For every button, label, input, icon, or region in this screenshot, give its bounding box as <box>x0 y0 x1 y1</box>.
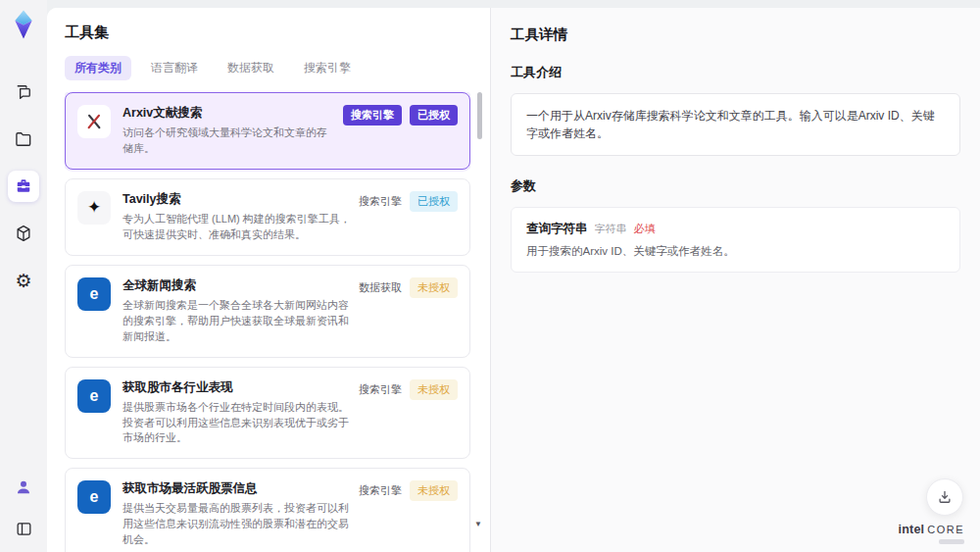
app-window: ⚙ 工具集 所有类别 语言翻译 <box>0 0 980 552</box>
intel-core-logo: intelCORE <box>899 520 964 544</box>
cube-icon[interactable] <box>8 218 39 249</box>
scroll-down-arrow-icon[interactable]: ▼ <box>474 520 482 528</box>
intro-text-box: 一个用于从Arxiv存储库搜索科学论文和文章的工具。输入可以是Arxiv ID、… <box>511 93 960 156</box>
app-logo-icon <box>10 10 37 39</box>
category-badge: 搜索引擎 <box>359 194 402 209</box>
sidebar: ⚙ <box>0 0 47 552</box>
category-badge: 搜索引擎 <box>359 382 402 397</box>
settings-gear-icon[interactable]: ⚙ <box>8 265 39 296</box>
category-badge: 搜索引擎 <box>343 105 402 125</box>
tools-list-pane: 工具集 所有类别 语言翻译 数据获取 搜索引擎 Arxiv文献搜索 访问各个研究… <box>47 8 490 552</box>
tool-card[interactable]: e 全球新闻搜索 全球新闻搜索是一个聚合全球各大新闻网站内容的搜索引擎，帮助用户… <box>65 265 470 358</box>
parameter-card: 查询字符串 字符串 必填 用于搜索的Arxiv ID、关键字或作者姓名。 <box>511 207 960 273</box>
main-content: 工具集 所有类别 语言翻译 数据获取 搜索引擎 Arxiv文献搜索 访问各个研究… <box>47 8 980 552</box>
panel-toggle-icon[interactable] <box>8 513 39 544</box>
category-tab-0[interactable]: 所有类别 <box>65 56 131 80</box>
tool-icon-slot: e <box>77 277 111 311</box>
arxiv-icon <box>77 105 111 138</box>
tool-name: Tavily搜索 <box>122 191 353 208</box>
auth-status-badge: 已授权 <box>410 105 458 125</box>
tool-card[interactable]: e 获取市场最活跃股票信息 提供当天交易量最高的股票列表，投资者可以利用这些信息… <box>65 468 470 552</box>
sidebar-bottom <box>8 472 39 544</box>
folder-icon[interactable] <box>8 124 39 155</box>
finance-news-icon: e <box>77 379 111 413</box>
tool-card[interactable]: ✦ Tavily搜索 专为人工智能代理 (LLM) 构建的搜索引擎工具，可快速提… <box>65 178 470 256</box>
param-description: 用于搜索的Arxiv ID、关键字或作者姓名。 <box>526 244 945 259</box>
tool-name: 全球新闻搜索 <box>122 277 353 294</box>
category-badge: 搜索引擎 <box>359 483 402 498</box>
tab-label: 搜索引擎 <box>304 61 351 75</box>
param-name: 查询字符串 <box>526 221 588 237</box>
finance-news-icon: e <box>77 480 111 514</box>
intel-logo-subline <box>939 539 964 544</box>
tool-details-pane: 工具详情 工具介绍 一个用于从Arxiv存储库搜索科学论文和文章的工具。输入可以… <box>490 8 980 552</box>
tab-label: 数据获取 <box>227 61 274 75</box>
tool-icon-slot: e <box>77 379 111 413</box>
category-tabs: 所有类别 语言翻译 数据获取 搜索引擎 <box>65 56 490 80</box>
tool-card[interactable]: Arxiv文献搜索 访问各个研究领域大量科学论文和文章的存储库。 搜索引擎 已授… <box>65 92 470 170</box>
auth-status-badge: 未授权 <box>410 277 458 298</box>
tool-icon-slot: e <box>77 480 111 514</box>
auth-status-badge: 未授权 <box>410 480 458 501</box>
param-required-badge: 必填 <box>634 222 656 236</box>
user-avatar-icon[interactable] <box>8 472 39 503</box>
chat-icon[interactable] <box>8 76 39 108</box>
tool-description: 全球新闻搜索是一个聚合全球各大新闻网站内容的搜索引擎，帮助用户快速获取全球最新资… <box>122 298 353 345</box>
tool-name: 获取股市各行业表现 <box>122 379 353 396</box>
params-heading: 参数 <box>511 177 960 195</box>
tool-description: 访问各个研究领域大量科学论文和文章的存储库。 <box>122 125 337 157</box>
sidebar-nav: ⚙ <box>8 76 39 296</box>
tab-label: 所有类别 <box>74 61 122 75</box>
tool-name: Arxiv文献搜索 <box>122 105 337 122</box>
category-tab-1[interactable]: 语言翻译 <box>141 56 208 80</box>
scrollbar-thumb[interactable] <box>477 92 482 139</box>
tool-icon-slot: ✦ <box>77 191 111 225</box>
sparkle-icon: ✦ <box>77 191 111 225</box>
tool-description: 提供当天交易量最高的股票列表，投资者可以利用这些信息来识别流动性强的股票和潜在的… <box>122 501 353 548</box>
download-button[interactable] <box>926 478 963 516</box>
category-badge: 数据获取 <box>359 280 402 295</box>
page-title: 工具集 <box>65 24 490 42</box>
param-type: 字符串 <box>595 222 627 236</box>
auth-status-badge: 已授权 <box>410 191 458 212</box>
category-tab-3[interactable]: 搜索引擎 <box>294 56 361 80</box>
auth-status-badge: 未授权 <box>410 379 458 400</box>
intro-heading: 工具介绍 <box>511 64 960 81</box>
tool-name: 获取市场最活跃股票信息 <box>122 480 353 497</box>
toolbox-icon[interactable] <box>8 171 39 202</box>
details-title: 工具详情 <box>511 25 960 44</box>
tool-cards-list: Arxiv文献搜索 访问各个研究领域大量科学论文和文章的存储库。 搜索引擎 已授… <box>65 92 470 552</box>
tool-card[interactable]: e 获取股市各行业表现 提供股票市场各个行业在特定时间段内的表现。投资者可以利用… <box>65 367 470 460</box>
category-tab-2[interactable]: 数据获取 <box>218 56 284 80</box>
tool-description: 专为人工智能代理 (LLM) 构建的搜索引擎工具，可快速提供实时、准确和真实的结… <box>122 212 353 243</box>
tool-description: 提供股票市场各个行业在特定时间段内的表现。投资者可以利用这些信息来识别表现优于或… <box>122 400 353 447</box>
scrollbar[interactable]: ▼ <box>477 92 482 546</box>
tool-icon-slot <box>77 105 111 138</box>
finance-news-icon: e <box>77 277 111 311</box>
tab-label: 语言翻译 <box>151 61 198 75</box>
